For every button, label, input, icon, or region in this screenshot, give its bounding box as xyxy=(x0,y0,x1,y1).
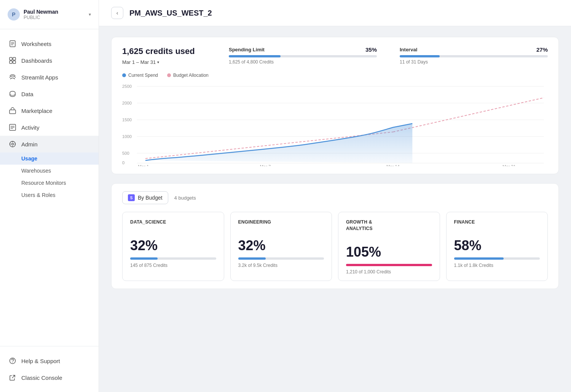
spending-limit-sub: 1,625 of 4,800 Credits xyxy=(229,59,377,65)
data-science-credits: 145 of 875 Credits xyxy=(130,263,216,268)
stats-top: 1,625 credits used Mar 1 – Mar 31 ▾ Spen… xyxy=(122,46,548,65)
sidebar-item-data[interactable]: Data xyxy=(0,86,99,102)
activity-icon xyxy=(8,123,17,132)
budget-icon: S xyxy=(128,194,135,201)
sidebar-item-help[interactable]: Help & Support xyxy=(0,352,99,369)
data-science-bar-bg xyxy=(130,257,216,260)
sidebar-item-admin[interactable]: Admin xyxy=(0,136,99,152)
main-content: ‹ PM_AWS_US_WEST_2 1,625 credits used Ma… xyxy=(99,0,571,392)
engineering-bar-bg xyxy=(238,257,324,260)
budget-cards-grid: DATA_SCIENCE 32% 145 of 875 Credits ENGI… xyxy=(122,212,548,281)
credits-used-block: 1,625 credits used Mar 1 – Mar 31 ▾ xyxy=(122,46,206,65)
budget-allocation-label: Budget Allocation xyxy=(173,73,209,78)
svg-text:0: 0 xyxy=(122,160,124,165)
classic-label: Classic Console xyxy=(21,375,62,381)
interval-bar-bg xyxy=(400,55,548,57)
sidebar-item-activity[interactable]: Activity xyxy=(0,119,99,136)
budget-card-finance: FINANCE 58% 1.1k of 1.8k Credits xyxy=(446,212,548,281)
avatar: P xyxy=(8,8,20,21)
content-area: 1,625 credits used Mar 1 – Mar 31 ▾ Spen… xyxy=(99,26,571,392)
engineering-pct: 32% xyxy=(238,238,324,254)
finance-name: FINANCE xyxy=(454,219,540,225)
data-label: Data xyxy=(21,91,33,97)
svg-text:1500: 1500 xyxy=(122,117,132,122)
spending-limit-pct: 35% xyxy=(365,46,377,53)
warehouses-label: Warehouses xyxy=(21,168,51,174)
data-science-pct: 32% xyxy=(130,238,216,254)
legend-current-spend: Current Spend xyxy=(122,73,158,78)
marketplace-label: Marketplace xyxy=(21,108,53,114)
svg-point-20 xyxy=(12,362,13,363)
growth-name: GROWTH &ANALYTICS xyxy=(346,219,432,232)
back-icon: ‹ xyxy=(116,10,118,16)
engineering-credits: 3.2k of 9.5k Credits xyxy=(238,263,324,268)
by-budget-label: By Budget xyxy=(138,195,163,201)
sidebar-sub-usage[interactable]: Usage xyxy=(0,152,99,165)
finance-credits: 1.1k of 1.8k Credits xyxy=(454,263,540,268)
classic-icon xyxy=(8,373,17,382)
date-selector[interactable]: Mar 1 – Mar 31 ▾ xyxy=(122,59,206,65)
growth-credits: 1,210 of 1,000 Credits xyxy=(346,269,432,275)
sidebar-item-worksheets[interactable]: Worksheets xyxy=(0,35,99,52)
date-range: Mar 1 – Mar 31 xyxy=(122,59,156,65)
interval-label: Interval xyxy=(400,47,417,52)
interval-header: Interval 27% xyxy=(400,46,548,53)
finance-pct: 58% xyxy=(454,238,540,254)
interval-sub: 11 of 31 Days xyxy=(400,59,548,65)
data-icon xyxy=(8,90,17,98)
sidebar-sub-resource-monitors[interactable]: Resource Monitors xyxy=(0,177,99,189)
chevron-down-icon: ▾ xyxy=(89,12,91,17)
svg-text:500: 500 xyxy=(122,151,129,156)
budget-count: 4 budgets xyxy=(174,195,196,201)
current-spend-label: Current Spend xyxy=(128,73,158,78)
streamlit-icon xyxy=(8,73,17,81)
sidebar-item-classic[interactable]: Classic Console xyxy=(0,369,99,386)
svg-point-14 xyxy=(12,143,14,145)
svg-text:Mar 14: Mar 14 xyxy=(386,164,400,166)
spending-limit-block: Spending Limit 35% 1,625 of 4,800 Credit… xyxy=(229,46,377,65)
svg-rect-4 xyxy=(10,57,12,60)
help-label: Help & Support xyxy=(21,358,60,364)
users-roles-label: Users & Roles xyxy=(21,192,55,198)
interval-bar-fill xyxy=(400,55,440,57)
worksheets-icon xyxy=(8,40,17,48)
legend-budget-allocation: Budget Allocation xyxy=(167,73,209,78)
sidebar-item-dashboards[interactable]: Dashboards xyxy=(0,52,99,69)
admin-label: Admin xyxy=(21,141,38,148)
back-button[interactable]: ‹ xyxy=(111,7,123,19)
spending-limit-header: Spending Limit 35% xyxy=(229,46,377,53)
finance-bar-bg xyxy=(454,257,540,260)
svg-rect-6 xyxy=(10,61,12,63)
budget-header: S By Budget 4 budgets xyxy=(122,191,548,204)
sidebar-item-marketplace[interactable]: Marketplace xyxy=(0,102,99,119)
svg-rect-7 xyxy=(13,61,16,63)
sidebar: P Paul Newman PUBLIC ▾ Worksheets xyxy=(0,0,99,392)
budget-card-engineering: ENGINEERING 32% 3.2k of 9.5k Credits xyxy=(230,212,332,281)
worksheets-label: Worksheets xyxy=(21,41,51,47)
sidebar-sub-warehouses[interactable]: Warehouses xyxy=(0,165,99,177)
engineering-bar-fill xyxy=(238,257,266,260)
sidebar-footer: Help & Support Classic Console xyxy=(0,346,99,392)
sidebar-nav: Worksheets Dashboards xyxy=(0,29,99,346)
engineering-name: ENGINEERING xyxy=(238,219,324,225)
growth-bar-bg xyxy=(346,264,432,266)
data-science-bar-fill xyxy=(130,257,158,260)
user-role: PUBLIC xyxy=(24,15,89,20)
data-science-name: DATA_SCIENCE xyxy=(130,219,216,225)
svg-text:1000: 1000 xyxy=(122,134,132,139)
spending-limit-bar-bg xyxy=(229,55,377,57)
spending-limit-label: Spending Limit xyxy=(229,47,265,52)
admin-icon xyxy=(8,140,17,148)
sidebar-sub-users-roles[interactable]: Users & Roles xyxy=(0,189,99,201)
activity-label: Activity xyxy=(21,124,40,131)
svg-rect-5 xyxy=(13,57,16,60)
usage-label: Usage xyxy=(21,156,37,162)
svg-text:Mar 21: Mar 21 xyxy=(502,164,516,166)
by-budget-button[interactable]: S By Budget xyxy=(122,191,168,204)
user-profile[interactable]: P Paul Newman PUBLIC ▾ xyxy=(0,0,99,29)
help-icon xyxy=(8,357,17,365)
sidebar-item-streamlit[interactable]: Streamlit Apps xyxy=(0,69,99,86)
svg-text:2500: 2500 xyxy=(122,84,132,89)
dashboards-label: Dashboards xyxy=(21,57,52,64)
svg-text:Mar 7: Mar 7 xyxy=(260,164,271,166)
